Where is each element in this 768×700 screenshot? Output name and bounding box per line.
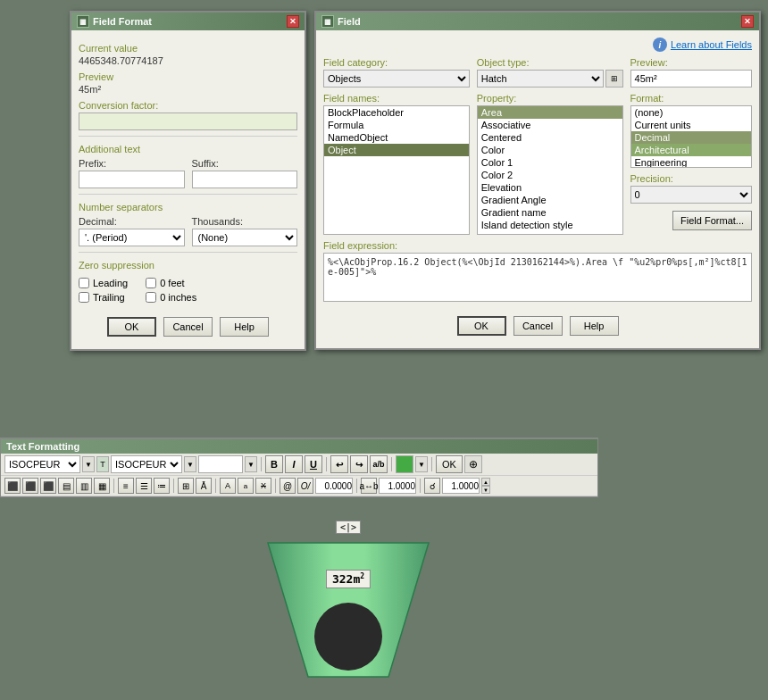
info-icon[interactable]: i	[653, 38, 667, 52]
field-name-formula[interactable]: Formula	[324, 119, 469, 131]
tracking-input[interactable]	[442, 478, 480, 494]
align-top-left-button[interactable]: ⬛	[4, 478, 21, 494]
at-button[interactable]: @	[280, 478, 296, 494]
bold-button[interactable]: B	[265, 455, 283, 473]
align-mid-left-button[interactable]: ▤	[58, 478, 74, 494]
tracking-up[interactable]: ▲	[481, 478, 490, 486]
help-button[interactable]: Help	[220, 317, 269, 337]
thousands-select[interactable]: (None)	[192, 229, 298, 246]
format-architectural[interactable]: Architectural	[631, 144, 751, 156]
object-type-select[interactable]: Hatch	[477, 70, 604, 88]
feet-checkbox[interactable]	[146, 278, 156, 288]
format-decimal[interactable]: Decimal	[631, 131, 751, 144]
tracking-button[interactable]: ☌	[424, 478, 440, 494]
property-layer[interactable]: Layer	[478, 231, 622, 235]
object-type-browse-button[interactable]: ⊞	[605, 70, 623, 88]
list3-button[interactable]: ≔	[154, 478, 170, 494]
width-button[interactable]: a↔b	[361, 478, 377, 494]
tracking-down[interactable]: ▼	[481, 486, 490, 494]
cancel-button[interactable]: Cancel	[163, 317, 213, 337]
property-associative[interactable]: Associative	[478, 119, 622, 131]
oblique-input[interactable]	[315, 478, 353, 494]
oblique-button[interactable]: O/	[297, 478, 313, 494]
strikethrough-button[interactable]: X	[255, 478, 271, 494]
underline-button[interactable]: U	[305, 455, 322, 473]
undo-button[interactable]: ↩	[330, 455, 348, 473]
font-size-input[interactable]: 250.000	[198, 455, 243, 473]
conversion-factor-input[interactable]: 1e-005	[79, 112, 297, 130]
field-ok-button[interactable]: OK	[457, 316, 506, 336]
italic-button[interactable]: I	[285, 455, 303, 473]
field-expression-label: Field expression:	[323, 240, 752, 251]
property-area[interactable]: Area	[478, 106, 622, 119]
learn-link[interactable]: Learn about Fields	[671, 39, 752, 50]
current-value: 4465348.70774187	[79, 55, 297, 66]
close-button[interactable]: ✕	[287, 15, 299, 28]
property-color1[interactable]: Color 1	[478, 156, 622, 169]
stack-button[interactable]: a/b	[370, 455, 388, 473]
property-listbox[interactable]: Area Associative Centered Color Color 1 …	[477, 105, 623, 235]
redo-button[interactable]: ↪	[350, 455, 368, 473]
format-listbox[interactable]: (none) Current units Decimal Architectur…	[630, 105, 752, 168]
align-top-center-button[interactable]: ⬛	[22, 478, 38, 494]
align-mid-right-button[interactable]: ▦	[94, 478, 110, 494]
leading-checkbox[interactable]	[79, 278, 89, 288]
overline-button[interactable]: Ā	[196, 478, 212, 494]
precision-select[interactable]: 0	[630, 186, 752, 204]
field-close-button[interactable]: ✕	[741, 15, 754, 28]
inches-checkbox[interactable]	[146, 292, 156, 303]
format-current-units[interactable]: Current units	[631, 119, 751, 131]
thousands-label: Thousands:	[192, 216, 298, 227]
font-style-select[interactable]: ISOCPEUR	[4, 455, 80, 473]
align-top-right-button[interactable]: ⬛	[40, 478, 56, 494]
suffix-input[interactable]: m²	[192, 171, 298, 188]
ok-button[interactable]: OK	[107, 317, 156, 337]
trailing-checkbox[interactable]	[79, 292, 89, 303]
property-island-detection[interactable]: Island detection style	[478, 219, 622, 231]
field-category-select[interactable]: Objects	[323, 70, 470, 88]
field-help-button[interactable]: Help	[570, 316, 619, 336]
field-dialog: ▦ Field ✕ i Learn about Fields Field cat…	[314, 11, 761, 350]
list2-button[interactable]: ☰	[136, 478, 152, 494]
field-name-object[interactable]: Object	[324, 144, 469, 156]
property-gradient-name[interactable]: Gradient name	[478, 206, 622, 219]
uppercase-button[interactable]: A	[220, 478, 236, 494]
text-formatting-title: Text Formatting	[1, 439, 597, 454]
area-value: 322m	[332, 572, 360, 586]
insert-field-button[interactable]: ⊞	[178, 478, 194, 494]
field-name-namedobject[interactable]: NamedObject	[324, 131, 469, 144]
font-style-dropdown[interactable]: ▼	[82, 456, 95, 472]
color-button[interactable]	[396, 455, 413, 473]
width-input[interactable]	[379, 478, 416, 494]
decimal-select[interactable]: '. (Period)	[79, 229, 185, 246]
preview-field-label: Preview:	[630, 57, 752, 68]
property-color2[interactable]: Color 2	[478, 169, 622, 181]
align-mid-center-button[interactable]: ▥	[76, 478, 92, 494]
tf-dropdown-button[interactable]: ⊕	[464, 455, 482, 473]
color-dropdown[interactable]: ▼	[415, 456, 428, 472]
preview-value: 45m²	[79, 84, 297, 95]
font-name-dropdown[interactable]: ▼	[184, 456, 196, 472]
font-size-dropdown[interactable]: ▼	[245, 456, 257, 472]
property-elevation[interactable]: Elevation	[478, 181, 622, 194]
lowercase-button[interactable]: a	[238, 478, 254, 494]
trailing-label: Trailing	[93, 292, 125, 303]
property-gradient-angle[interactable]: Gradient Angle	[478, 194, 622, 206]
format-label: Format:	[630, 93, 752, 104]
area-label: 322m2	[326, 570, 371, 588]
field-names-listbox[interactable]: BlockPlaceholder Formula NamedObject Obj…	[323, 105, 470, 235]
format-engineering[interactable]: Engineering	[631, 156, 751, 168]
field-names-label: Field names:	[323, 93, 470, 104]
field-format-button[interactable]: Field Format...	[672, 211, 752, 230]
font-name-select[interactable]: ISOCPEUR	[111, 455, 182, 473]
tf-ok-button[interactable]: OK	[436, 455, 463, 473]
property-color[interactable]: Color	[478, 144, 622, 156]
property-centered[interactable]: Centered	[478, 131, 622, 144]
font-picker-icon[interactable]: T	[96, 456, 109, 472]
field-cancel-button[interactable]: Cancel	[513, 316, 563, 336]
prefix-input[interactable]	[79, 171, 185, 188]
field-preview-box: 45m²	[630, 70, 752, 88]
field-name-blockplaceholder[interactable]: BlockPlaceholder	[324, 106, 469, 119]
list1-button[interactable]: ≡	[118, 478, 134, 494]
format-none[interactable]: (none)	[631, 106, 751, 119]
